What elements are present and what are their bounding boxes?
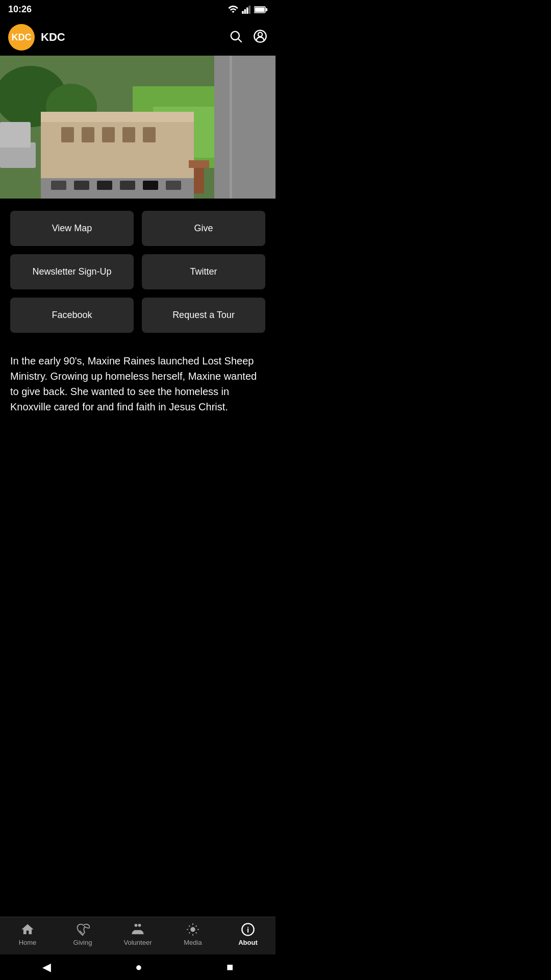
svg-rect-1 [244, 9, 246, 14]
svg-rect-22 [102, 127, 115, 142]
svg-rect-35 [189, 160, 209, 168]
svg-rect-6 [266, 8, 267, 11]
svg-point-7 [231, 32, 239, 40]
svg-rect-16 [214, 56, 276, 199]
svg-rect-2 [246, 7, 248, 13]
svg-point-10 [258, 32, 262, 36]
hero-image [0, 56, 276, 199]
header-left: KDC KDC [8, 24, 65, 51]
status-bar: 10:26 [0, 0, 276, 19]
give-button[interactable]: Give [142, 211, 265, 246]
wifi-icon [228, 6, 239, 14]
header-icons [229, 29, 267, 45]
svg-rect-33 [0, 122, 31, 148]
app-header: KDC KDC [0, 19, 276, 56]
svg-rect-28 [97, 181, 112, 190]
hero-svg [0, 56, 276, 199]
svg-rect-19 [41, 112, 194, 122]
newsletter-signup-button[interactable]: Newsletter Sign-Up [10, 254, 134, 289]
facebook-button[interactable]: Facebook [10, 298, 134, 333]
status-icons [228, 6, 267, 14]
svg-rect-17 [230, 56, 232, 199]
svg-rect-0 [242, 11, 244, 13]
battery-icon [254, 6, 267, 13]
svg-line-8 [238, 39, 241, 42]
svg-rect-30 [143, 181, 158, 190]
signal-icon [242, 6, 251, 14]
svg-rect-31 [166, 181, 181, 190]
svg-rect-29 [120, 181, 135, 190]
profile-button[interactable] [253, 29, 267, 45]
view-map-button[interactable]: View Map [10, 211, 134, 246]
app-title: KDC [41, 31, 65, 44]
svg-rect-23 [122, 127, 135, 142]
svg-rect-20 [61, 127, 74, 142]
svg-rect-18 [41, 117, 194, 178]
request-tour-button[interactable]: Request a Tour [142, 298, 265, 333]
buttons-grid: View Map Give Newsletter Sign-Up Twitter… [10, 211, 265, 333]
svg-rect-24 [143, 127, 156, 142]
svg-rect-3 [248, 6, 251, 14]
svg-rect-21 [82, 127, 94, 142]
search-button[interactable] [229, 29, 243, 45]
svg-rect-5 [255, 7, 265, 12]
twitter-button[interactable]: Twitter [142, 254, 265, 289]
body-text: In the early 90's, Maxine Raines launche… [0, 345, 276, 465]
app-logo[interactable]: KDC [8, 24, 35, 51]
action-buttons-section: View Map Give Newsletter Sign-Up Twitter… [0, 199, 276, 345]
svg-rect-26 [51, 181, 66, 190]
status-time: 10:26 [8, 4, 32, 15]
svg-rect-27 [74, 181, 89, 190]
